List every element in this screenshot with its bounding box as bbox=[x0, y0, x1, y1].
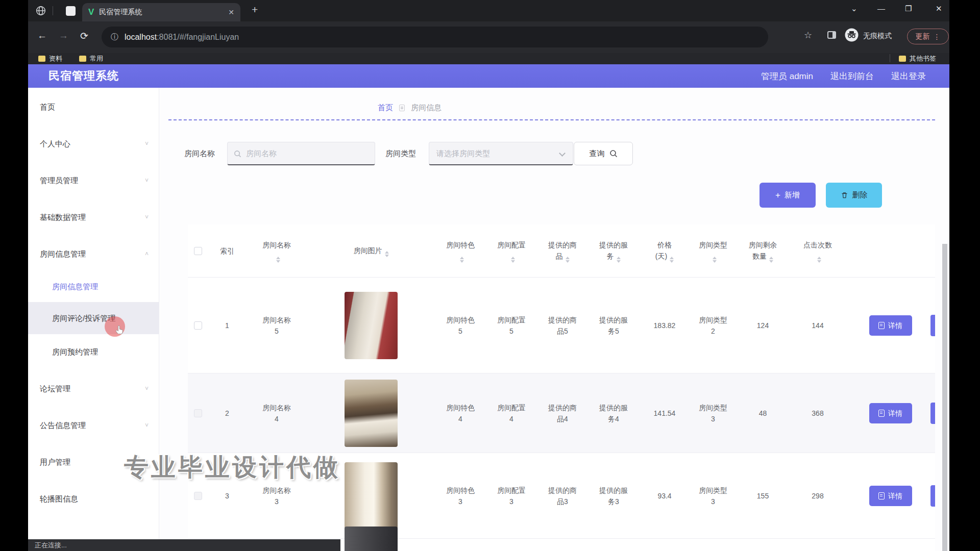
chevron-up-icon: ˄ bbox=[145, 244, 149, 264]
new-tab-button[interactable]: + bbox=[252, 4, 258, 16]
sidebar-subitem-room-booking-mgmt[interactable]: 房间预约管理 bbox=[28, 342, 159, 362]
breadcrumb-home-link[interactable]: 首页 bbox=[378, 103, 393, 113]
hand-cursor-icon bbox=[113, 324, 126, 336]
room-name-input[interactable] bbox=[228, 142, 375, 164]
cell-room-config: 房间配置3 bbox=[496, 485, 527, 507]
sort-carets-icon[interactable] bbox=[460, 257, 464, 263]
cell-clicks: 144 bbox=[812, 320, 823, 331]
bookmark-folder-ziliao[interactable]: 资料 bbox=[38, 54, 62, 63]
logout-link[interactable]: 退出登录 bbox=[891, 70, 926, 82]
cell-service: 提供的服务4 bbox=[598, 402, 629, 424]
delete-button[interactable]: 删除 bbox=[826, 183, 882, 208]
chevron-down-icon bbox=[559, 150, 566, 157]
sort-carets-icon[interactable] bbox=[566, 257, 570, 263]
forward-icon[interactable]: → bbox=[59, 30, 68, 41]
window-maximize-button[interactable]: ❐ bbox=[905, 4, 912, 13]
sidebar-item-forum-mgmt[interactable]: 论坛管理˅ bbox=[28, 379, 159, 399]
col-header-room-feature[interactable]: 房间特色 bbox=[445, 239, 476, 263]
bookmark-label: 常用 bbox=[90, 54, 103, 63]
clipped-action-button[interactable] bbox=[930, 315, 935, 336]
sidebar-item-personal-center[interactable]: 个人中心˅ bbox=[28, 134, 159, 154]
cell-index: 3 bbox=[225, 490, 229, 502]
sidebar-item-label: 论坛管理 bbox=[40, 384, 70, 393]
sort-carets-icon[interactable] bbox=[511, 257, 515, 263]
sidebar-item-label: 轮播图信息 bbox=[40, 494, 78, 503]
window-minimize-button[interactable]: — bbox=[877, 4, 885, 13]
detail-button[interactable]: 详情 bbox=[869, 315, 912, 336]
sidebar-subitem-room-comment-complaint-mgmt[interactable]: 房间评论/投诉管理 bbox=[28, 302, 159, 334]
breadcrumb-separator-icon bbox=[399, 105, 405, 111]
cell-remaining: 124 bbox=[757, 320, 769, 331]
sort-carets-icon[interactable] bbox=[713, 257, 717, 263]
page-scrollbar[interactable] bbox=[942, 244, 947, 551]
url-bar[interactable]: ⓘ localhost :8081/#/fangjianLiuyan bbox=[102, 27, 768, 47]
sidebar-item-carousel-info[interactable]: 轮播图信息 bbox=[28, 489, 159, 509]
col-header-remaining[interactable]: 房间剩余数量 bbox=[746, 239, 780, 263]
row-checkbox[interactable] bbox=[194, 492, 202, 500]
room-type-select[interactable]: 请选择房间类型 bbox=[429, 142, 573, 165]
browser-status-text: 正在连接... bbox=[28, 539, 340, 551]
incognito-label: 无痕模式 bbox=[863, 32, 892, 41]
browser-address-bar: ← → ⟳ ⓘ localhost :8081/#/fangjianLiuyan… bbox=[28, 21, 949, 53]
sidebar-item-label: 房间信息管理 bbox=[40, 249, 86, 258]
exit-to-front-link[interactable]: 退出到前台 bbox=[830, 70, 874, 82]
room-type-label: 房间类型 bbox=[385, 142, 416, 165]
row-checkbox[interactable] bbox=[194, 409, 202, 417]
other-bookmarks[interactable]: 其他书签 bbox=[899, 54, 936, 63]
add-button[interactable]: + 新增 bbox=[760, 183, 816, 208]
col-header-price[interactable]: 价格(天) bbox=[654, 239, 675, 263]
tab-close-icon[interactable]: ✕ bbox=[228, 8, 234, 16]
cell-room-feature: 房间特色5 bbox=[445, 314, 476, 337]
room-photo[interactable] bbox=[345, 292, 398, 359]
document-icon bbox=[878, 410, 885, 417]
detail-button[interactable]: 详情 bbox=[869, 486, 912, 506]
col-header-room-type[interactable]: 房间类型 bbox=[697, 239, 729, 263]
sidebar-item-room-info-mgmt[interactable]: 房间信息管理˄ bbox=[28, 244, 159, 264]
sort-carets-icon[interactable] bbox=[670, 257, 674, 263]
query-button-label: 查询 bbox=[590, 149, 605, 159]
sidebar-item-home[interactable]: 首页 bbox=[28, 97, 159, 117]
reload-icon[interactable]: ⟳ bbox=[80, 30, 88, 42]
select-all-checkbox[interactable] bbox=[194, 247, 202, 255]
window-close-button[interactable]: ✕ bbox=[936, 4, 942, 13]
bookmark-star-icon[interactable]: ☆ bbox=[804, 30, 812, 41]
sidebar-item-basic-data-mgmt[interactable]: 基础数据管理˅ bbox=[28, 207, 159, 228]
blank-page-icon[interactable] bbox=[66, 6, 76, 16]
col-header-room-image[interactable]: 房间图片 bbox=[354, 245, 389, 257]
back-icon[interactable]: ← bbox=[37, 30, 47, 41]
sidebar-item-admin-mgmt[interactable]: 管理员管理˅ bbox=[28, 170, 159, 191]
query-button[interactable]: 查询 bbox=[574, 142, 633, 165]
col-header-goods[interactable]: 提供的商品 bbox=[547, 239, 578, 263]
sidebar-item-label: 房间预约管理 bbox=[52, 347, 98, 356]
col-header-service[interactable]: 提供的服务 bbox=[598, 239, 629, 263]
col-header-room-name[interactable]: 房间名称 bbox=[261, 239, 292, 263]
room-photo[interactable] bbox=[345, 380, 398, 447]
chevron-down-icon: ˅ bbox=[145, 170, 149, 191]
kebab-menu-icon[interactable]: ⋮ bbox=[934, 33, 941, 41]
clipped-action-button[interactable] bbox=[930, 403, 935, 424]
col-header-room-config[interactable]: 房间配置 bbox=[496, 239, 527, 263]
site-info-icon[interactable]: ⓘ bbox=[111, 32, 118, 42]
row-checkbox[interactable] bbox=[194, 321, 202, 330]
cell-goods: 提供的商品3 bbox=[547, 485, 578, 507]
bookmark-folder-changyong[interactable]: 常用 bbox=[79, 54, 103, 63]
room-photo[interactable] bbox=[345, 527, 398, 551]
col-header-clicks[interactable]: 点击次数 bbox=[802, 239, 833, 263]
cell-goods: 提供的商品4 bbox=[547, 402, 578, 424]
sort-carets-icon[interactable] bbox=[617, 257, 621, 263]
active-tab[interactable]: V 民宿管理系统 ✕ bbox=[82, 3, 240, 21]
tab-search-chevron-icon[interactable]: ⌄ bbox=[851, 4, 857, 13]
sort-carets-icon[interactable] bbox=[385, 251, 389, 257]
sort-carets-icon[interactable] bbox=[276, 257, 280, 263]
sort-carets-icon[interactable] bbox=[817, 257, 821, 263]
sidebar-item-notice-info-mgmt[interactable]: 公告信息管理˅ bbox=[28, 415, 159, 436]
side-panel-icon[interactable] bbox=[827, 31, 836, 39]
cell-goods: 提供的商品5 bbox=[547, 314, 578, 337]
admin-user-label[interactable]: 管理员 admin bbox=[761, 70, 813, 82]
clipped-action-button[interactable] bbox=[930, 485, 935, 507]
update-button[interactable]: 更新 ⋮ bbox=[907, 29, 949, 44]
sort-carets-icon[interactable] bbox=[769, 257, 773, 263]
folder-icon bbox=[79, 56, 86, 62]
sidebar-subitem-room-info-mgmt[interactable]: 房间信息管理 bbox=[28, 277, 159, 297]
detail-button[interactable]: 详情 bbox=[869, 403, 912, 423]
